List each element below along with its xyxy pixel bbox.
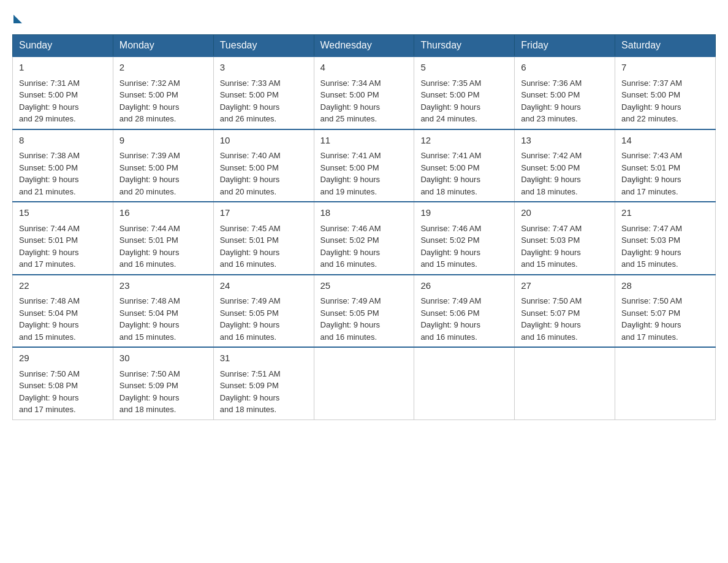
cell-content: 4 Sunrise: 7:34 AM Sunset: 5:00 PM Dayli…	[320, 61, 408, 125]
daylight-line-cont: and 23 minutes.	[521, 113, 609, 125]
cell-content: 13 Sunrise: 7:42 AM Sunset: 5:00 PM Dayl…	[521, 134, 609, 198]
cell-content: 7 Sunrise: 7:37 AM Sunset: 5:00 PM Dayli…	[621, 61, 709, 125]
sunset-line: Sunset: 5:00 PM	[521, 89, 609, 101]
cell-content: 18 Sunrise: 7:46 AM Sunset: 5:02 PM Dayl…	[320, 206, 408, 270]
weekday-header-sunday: Sunday	[13, 35, 113, 57]
day-number: 15	[19, 206, 107, 220]
daylight-line-cont: and 18 minutes.	[420, 186, 508, 198]
cell-content: 1 Sunrise: 7:31 AM Sunset: 5:00 PM Dayli…	[19, 61, 107, 125]
daylight-line-cont: and 16 minutes.	[420, 331, 508, 343]
calendar-cell: 26 Sunrise: 7:49 AM Sunset: 5:06 PM Dayl…	[414, 275, 515, 348]
day-number: 5	[420, 61, 508, 75]
weekday-header-thursday: Thursday	[414, 35, 515, 57]
calendar-week-row: 29 Sunrise: 7:50 AM Sunset: 5:08 PM Dayl…	[13, 347, 716, 419]
sunrise-line: Sunrise: 7:37 AM	[621, 77, 709, 90]
daylight-line: Daylight: 9 hours	[621, 319, 709, 331]
sunset-line: Sunset: 5:00 PM	[320, 162, 408, 174]
day-number: 8	[19, 134, 107, 148]
cell-content: 30 Sunrise: 7:50 AM Sunset: 5:09 PM Dayl…	[119, 351, 207, 416]
daylight-line: Daylight: 9 hours	[220, 392, 308, 404]
day-number: 25	[320, 279, 408, 293]
sunrise-line: Sunrise: 7:35 AM	[420, 77, 508, 90]
sunrise-line: Sunrise: 7:51 AM	[220, 368, 308, 380]
cell-content: 15 Sunrise: 7:44 AM Sunset: 5:01 PM Dayl…	[19, 206, 107, 270]
sunset-line: Sunset: 5:01 PM	[119, 234, 207, 247]
sunset-line: Sunset: 5:09 PM	[119, 380, 207, 392]
daylight-line: Daylight: 9 hours	[220, 174, 308, 186]
sunrise-line: Sunrise: 7:42 AM	[521, 150, 609, 162]
calendar-week-row: 8 Sunrise: 7:38 AM Sunset: 5:00 PM Dayli…	[13, 129, 716, 202]
daylight-line-cont: and 17 minutes.	[19, 258, 107, 270]
daylight-line-cont: and 15 minutes.	[621, 258, 709, 270]
daylight-line: Daylight: 9 hours	[19, 174, 107, 186]
weekday-header-monday: Monday	[113, 35, 213, 57]
day-number: 3	[220, 61, 308, 75]
sunset-line: Sunset: 5:01 PM	[19, 234, 107, 247]
daylight-line: Daylight: 9 hours	[621, 174, 709, 186]
calendar-cell: 3 Sunrise: 7:33 AM Sunset: 5:00 PM Dayli…	[213, 56, 314, 129]
calendar-cell: 17 Sunrise: 7:45 AM Sunset: 5:01 PM Dayl…	[213, 202, 314, 275]
sunset-line: Sunset: 5:05 PM	[220, 307, 308, 320]
calendar-cell: 14 Sunrise: 7:43 AM Sunset: 5:01 PM Dayl…	[615, 129, 716, 202]
day-number: 17	[220, 206, 308, 220]
day-number: 29	[19, 351, 107, 366]
sunset-line: Sunset: 5:07 PM	[521, 307, 609, 320]
sunrise-line: Sunrise: 7:49 AM	[420, 295, 508, 307]
sunrise-line: Sunrise: 7:41 AM	[420, 150, 508, 162]
sunset-line: Sunset: 5:00 PM	[220, 162, 308, 174]
weekday-header-wednesday: Wednesday	[314, 35, 414, 57]
day-number: 24	[220, 279, 308, 293]
sunrise-line: Sunrise: 7:50 AM	[119, 368, 207, 380]
cell-content: 21 Sunrise: 7:47 AM Sunset: 5:03 PM Dayl…	[621, 206, 709, 270]
daylight-line: Daylight: 9 hours	[19, 392, 107, 404]
daylight-line: Daylight: 9 hours	[320, 319, 408, 331]
daylight-line: Daylight: 9 hours	[119, 101, 207, 113]
calendar-cell: 6 Sunrise: 7:36 AM Sunset: 5:00 PM Dayli…	[515, 56, 615, 129]
calendar-cell: 1 Sunrise: 7:31 AM Sunset: 5:00 PM Dayli…	[13, 56, 113, 129]
calendar-cell: 8 Sunrise: 7:38 AM Sunset: 5:00 PM Dayli…	[13, 129, 113, 202]
cell-content: 20 Sunrise: 7:47 AM Sunset: 5:03 PM Dayl…	[521, 206, 609, 270]
calendar-cell	[515, 347, 615, 419]
sunset-line: Sunset: 5:00 PM	[420, 162, 508, 174]
daylight-line-cont: and 17 minutes.	[621, 186, 709, 198]
daylight-line: Daylight: 9 hours	[19, 247, 107, 259]
calendar-cell: 19 Sunrise: 7:46 AM Sunset: 5:02 PM Dayl…	[414, 202, 515, 275]
logo	[12, 12, 22, 22]
calendar-cell: 11 Sunrise: 7:41 AM Sunset: 5:00 PM Dayl…	[314, 129, 414, 202]
calendar-cell: 10 Sunrise: 7:40 AM Sunset: 5:00 PM Dayl…	[213, 129, 314, 202]
sunset-line: Sunset: 5:00 PM	[119, 89, 207, 101]
sunset-line: Sunset: 5:03 PM	[521, 234, 609, 247]
cell-content: 23 Sunrise: 7:48 AM Sunset: 5:04 PM Dayl…	[119, 279, 207, 343]
cell-content: 27 Sunrise: 7:50 AM Sunset: 5:07 PM Dayl…	[521, 279, 609, 343]
day-number: 22	[19, 279, 107, 293]
calendar-cell: 9 Sunrise: 7:39 AM Sunset: 5:00 PM Dayli…	[113, 129, 213, 202]
day-number: 31	[220, 351, 308, 366]
sunrise-line: Sunrise: 7:50 AM	[19, 368, 107, 380]
sunrise-line: Sunrise: 7:32 AM	[119, 77, 207, 90]
sunrise-line: Sunrise: 7:33 AM	[220, 77, 308, 90]
calendar-cell: 2 Sunrise: 7:32 AM Sunset: 5:00 PM Dayli…	[113, 56, 213, 129]
cell-content: 17 Sunrise: 7:45 AM Sunset: 5:01 PM Dayl…	[220, 206, 308, 270]
sunrise-line: Sunrise: 7:36 AM	[521, 77, 609, 90]
daylight-line: Daylight: 9 hours	[119, 174, 207, 186]
day-number: 27	[521, 279, 609, 293]
daylight-line-cont: and 22 minutes.	[621, 113, 709, 125]
calendar-table: SundayMondayTuesdayWednesdayThursdayFrid…	[12, 34, 716, 420]
day-number: 4	[320, 61, 408, 75]
daylight-line: Daylight: 9 hours	[220, 101, 308, 113]
cell-content: 24 Sunrise: 7:49 AM Sunset: 5:05 PM Dayl…	[220, 279, 308, 343]
day-number: 23	[119, 279, 207, 293]
day-number: 11	[320, 134, 408, 148]
sunset-line: Sunset: 5:04 PM	[119, 307, 207, 320]
sunrise-line: Sunrise: 7:38 AM	[19, 150, 107, 162]
weekday-header-friday: Friday	[515, 35, 615, 57]
calendar-cell: 29 Sunrise: 7:50 AM Sunset: 5:08 PM Dayl…	[13, 347, 113, 419]
calendar-cell: 27 Sunrise: 7:50 AM Sunset: 5:07 PM Dayl…	[515, 275, 615, 348]
daylight-line: Daylight: 9 hours	[521, 101, 609, 113]
sunset-line: Sunset: 5:00 PM	[119, 162, 207, 174]
daylight-line-cont: and 17 minutes.	[621, 331, 709, 343]
sunset-line: Sunset: 5:02 PM	[320, 234, 408, 247]
sunset-line: Sunset: 5:00 PM	[320, 89, 408, 101]
day-number: 2	[119, 61, 207, 75]
cell-content: 6 Sunrise: 7:36 AM Sunset: 5:00 PM Dayli…	[521, 61, 609, 125]
